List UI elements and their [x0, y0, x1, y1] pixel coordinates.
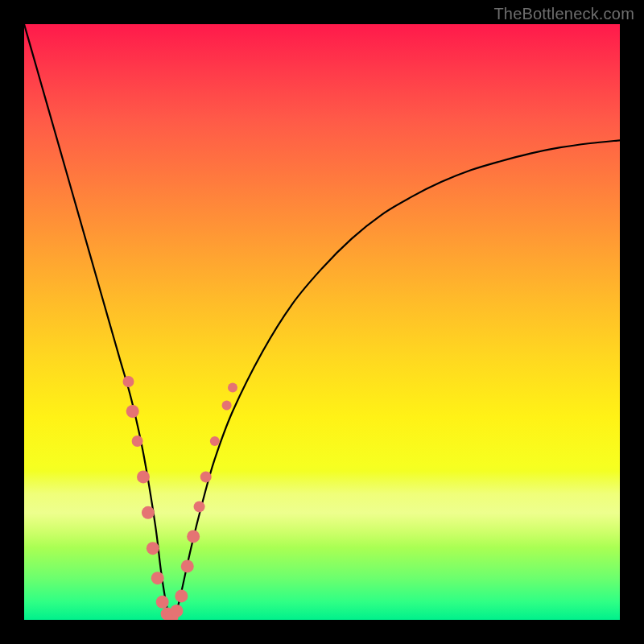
watermark-text: TheBottleneck.com [493, 5, 634, 23]
chart-frame: TheBottleneck.com [0, 0, 644, 644]
plot-area [24, 24, 620, 620]
